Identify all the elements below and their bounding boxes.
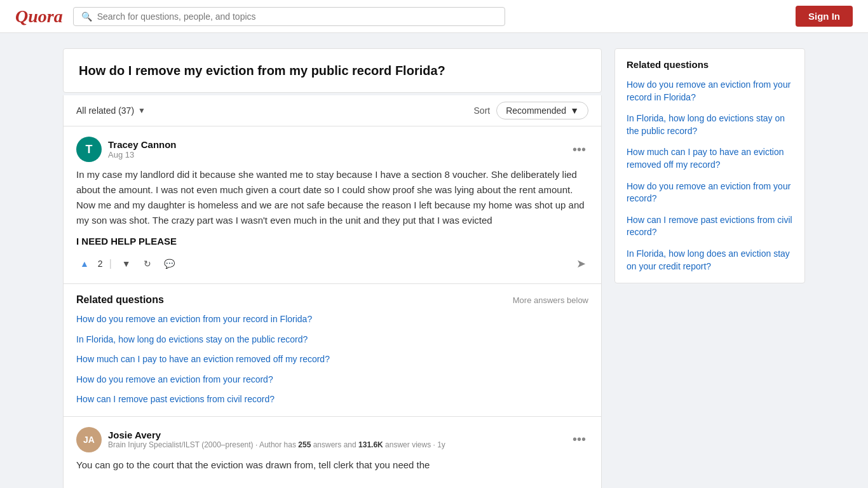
list-item: How do you remove an eviction from your … (76, 313, 588, 326)
list-item: How can I remove past evictions from civ… (627, 214, 793, 239)
action-bar: ▲ 2 | ▼ ↻ 💬 ➤ (76, 254, 588, 273)
list-item: How much can I pay to have an eviction r… (627, 146, 793, 171)
recommended-label: Recommended (506, 105, 566, 116)
related-card-title: Related questions (627, 59, 793, 70)
rq-link-3[interactable]: How much can I pay to have an eviction r… (76, 354, 330, 364)
all-related-dropdown[interactable]: All related (37) ▼ (76, 105, 146, 116)
share-icon: ➤ (576, 257, 586, 270)
answer-text: In my case my landlord did it because sh… (76, 167, 588, 228)
downvote-icon: ▼ (122, 259, 131, 269)
rq-link-1[interactable]: How do you remove an eviction from your … (76, 314, 312, 324)
author-info: T Tracey Cannon Aug 13 (76, 137, 177, 162)
avatar-2: JA (76, 427, 102, 452)
quora-logo[interactable]: Quora (15, 6, 63, 27)
list-item: In Florida, how long do evictions stay o… (76, 334, 588, 346)
rq-list: How do you remove an eviction from your … (76, 313, 588, 406)
rq-link-2[interactable]: In Florida, how long do evictions stay o… (76, 334, 308, 344)
rq-link-4[interactable]: How do you remove an eviction from your … (76, 374, 273, 384)
sidebar-rq-link-4[interactable]: How do you remove an eviction from your … (627, 181, 790, 204)
answer-card-1: T Tracey Cannon Aug 13 ••• In my case my… (63, 126, 602, 284)
main-layout: How do I remove my eviction from my publ… (53, 48, 815, 488)
all-related-label: All related (37) (76, 105, 134, 116)
list-item: How do you remove an eviction from your … (627, 180, 793, 205)
related-questions-inline: Related questions More answers below How… (63, 284, 602, 417)
author-name[interactable]: Tracey Cannon (108, 139, 177, 150)
author-details: Tracey Cannon Aug 13 (108, 139, 177, 159)
more-options-button-2[interactable]: ••• (570, 432, 588, 447)
list-item: How do you remove an eviction from your … (627, 79, 793, 104)
rq-title: Related questions (76, 294, 164, 306)
question-title: How do I remove my eviction from my publ… (79, 62, 586, 79)
more-options-button[interactable]: ••• (570, 142, 588, 157)
sidebar-rq-link-1[interactable]: How do you remove an eviction from your … (627, 79, 790, 102)
right-column: Related questions How do you remove an e… (614, 48, 805, 488)
share-rotate-button[interactable]: ↻ (140, 256, 155, 271)
share-rotate-icon: ↻ (144, 259, 151, 269)
list-item: How do you remove an eviction from your … (76, 374, 588, 386)
divider: | (109, 258, 112, 269)
list-item: In Florida, how long do evictions stay o… (627, 112, 793, 137)
comment-button[interactable]: 💬 (160, 256, 179, 271)
sidebar-rq-link-2[interactable]: In Florida, how long do evictions stay o… (627, 113, 785, 136)
author-name-2[interactable]: Josie Avery (108, 430, 445, 440)
list-item: How much can I pay to have an eviction r… (76, 353, 588, 366)
search-bar[interactable]: 🔍 (73, 7, 505, 26)
filter-bar: All related (37) ▼ Sort Recommended ▼ (63, 95, 602, 126)
rq-header: Related questions More answers below (76, 294, 588, 306)
answer-date: Aug 13 (108, 150, 177, 159)
chevron-down-icon: ▼ (570, 105, 579, 116)
related-card: Related questions How do you remove an e… (614, 48, 805, 283)
answer-card-2: JA Josie Avery Brain Injury Specialist/I… (63, 417, 602, 488)
answer-cta: I NEED HELP PLEASE (76, 236, 588, 247)
related-list: How do you remove an eviction from your … (627, 79, 793, 273)
sidebar-rq-link-6[interactable]: In Florida, how long does an eviction st… (627, 248, 790, 271)
upvote-button[interactable]: ▲ (76, 256, 93, 271)
sidebar-rq-link-5[interactable]: How can I remove past evictions from civ… (627, 215, 792, 238)
share-button[interactable]: ➤ (574, 254, 588, 273)
author-bio: Brain Injury Specialist/ILST (2000–prese… (108, 440, 445, 449)
sort-area: Sort Recommended ▼ (474, 102, 588, 119)
header: Quora 🔍 Sign In (0, 0, 868, 33)
search-icon: 🔍 (81, 11, 92, 22)
author-details-2: Josie Avery Brain Injury Specialist/ILST… (108, 430, 445, 449)
list-item: How can I remove past evictions from civ… (76, 393, 588, 406)
chevron-down-icon: ▼ (138, 106, 146, 115)
sort-label: Sort (474, 105, 491, 116)
author-row-2: JA Josie Avery Brain Injury Specialist/I… (76, 427, 588, 452)
recommended-sort-button[interactable]: Recommended ▼ (496, 102, 588, 119)
question-card: How do I remove my eviction from my publ… (63, 48, 602, 93)
list-item: In Florida, how long does an eviction st… (627, 248, 793, 273)
search-input[interactable] (97, 11, 497, 22)
rq-link-5[interactable]: How can I remove past evictions from civ… (76, 394, 275, 404)
upvote-count: 2 (98, 259, 103, 269)
upvote-icon: ▲ (80, 259, 89, 269)
more-answers-label: More answers below (513, 295, 588, 305)
avatar: T (76, 137, 102, 162)
signin-button[interactable]: Sign In (796, 6, 853, 27)
author-row: T Tracey Cannon Aug 13 ••• (76, 137, 588, 162)
left-column: How do I remove my eviction from my publ… (63, 48, 602, 488)
author-info-2: JA Josie Avery Brain Injury Specialist/I… (76, 427, 445, 452)
sidebar-rq-link-3[interactable]: How much can I pay to have an eviction r… (627, 147, 783, 170)
answer-text-2: You can go to the court that the evictio… (76, 458, 588, 473)
comment-icon: 💬 (164, 259, 175, 269)
downvote-button[interactable]: ▼ (118, 256, 135, 271)
